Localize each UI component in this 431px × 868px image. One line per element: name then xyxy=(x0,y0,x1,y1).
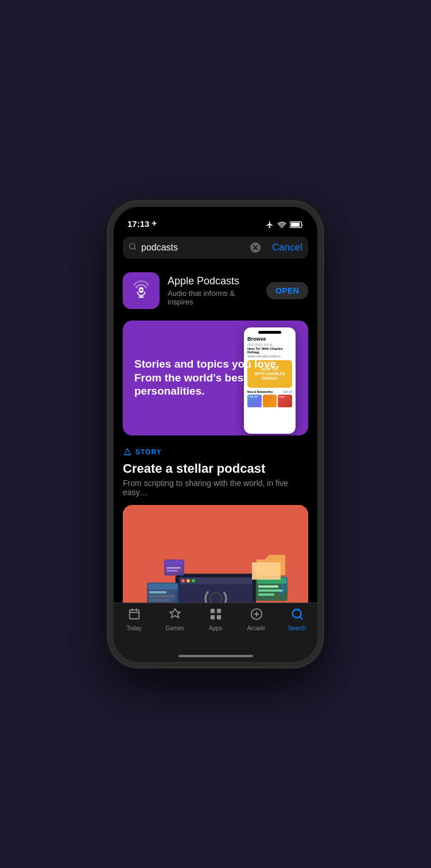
tab-apps[interactable]: Apps xyxy=(195,608,236,631)
tab-search[interactable]: Search xyxy=(277,608,317,631)
tab-apps-label: Apps xyxy=(209,625,222,631)
svg-rect-55 xyxy=(216,615,220,619)
svg-line-58 xyxy=(300,616,302,619)
phone-frame: 17:13 ✈ xyxy=(108,201,323,668)
svg-point-16 xyxy=(192,579,195,582)
svg-rect-38 xyxy=(166,567,181,569)
battery-icon xyxy=(290,221,304,228)
open-button[interactable]: OPEN xyxy=(266,282,308,299)
time-text: 17:13 xyxy=(127,219,149,229)
app-result-row[interactable]: Apple Podcasts Audio that informs & insp… xyxy=(123,265,308,318)
search-icon xyxy=(129,242,137,252)
svg-rect-26 xyxy=(258,585,278,588)
app-name: Apple Podcasts xyxy=(168,275,258,287)
search-bar[interactable]: podcasts Cancel xyxy=(123,237,308,259)
svg-point-6 xyxy=(140,288,142,291)
app-info: Apple Podcasts Audio that informs & insp… xyxy=(168,275,258,306)
arcade-icon xyxy=(250,608,263,623)
location-icon: ✈ xyxy=(152,220,157,227)
story-title: Create a stellar podcast xyxy=(123,461,308,476)
svg-rect-13 xyxy=(179,577,253,584)
svg-rect-21 xyxy=(149,599,170,601)
svg-rect-19 xyxy=(149,591,166,593)
story-subtitle: From scripting to sharing with the world… xyxy=(123,479,308,497)
podcasts-logo xyxy=(130,279,153,302)
home-bar xyxy=(178,655,253,657)
tab-bar: Today Games xyxy=(114,603,317,650)
apps-icon xyxy=(209,608,222,623)
svg-rect-52 xyxy=(210,608,214,612)
svg-rect-27 xyxy=(258,589,284,592)
app-icon-podcasts xyxy=(123,272,160,309)
tab-today[interactable]: Today xyxy=(114,608,154,631)
search-bar-container: podcasts Cancel xyxy=(114,232,317,265)
tab-search-label: Search xyxy=(288,625,306,631)
home-indicator xyxy=(114,650,317,662)
today-icon xyxy=(128,608,141,623)
tab-games-label: Games xyxy=(165,625,184,631)
search-clear-button[interactable] xyxy=(250,242,261,253)
games-icon xyxy=(169,608,181,623)
promotional-banner[interactable]: Stories and topics you love. From the wo… xyxy=(123,321,308,435)
svg-rect-28 xyxy=(258,593,274,596)
story-image[interactable] xyxy=(123,505,308,603)
svg-rect-18 xyxy=(148,584,177,589)
mock-browse: Browse xyxy=(247,336,292,342)
airplane-icon xyxy=(266,221,274,229)
mock-notch xyxy=(258,331,281,334)
banner-headline: Stories and topics you love. From the wo… xyxy=(134,357,297,398)
svg-rect-39 xyxy=(166,570,178,572)
story-tag-label: STORY xyxy=(135,448,162,456)
svg-rect-48 xyxy=(129,609,139,619)
podcast-illustration xyxy=(130,528,302,603)
wifi-icon xyxy=(277,221,286,228)
story-tag: STORY xyxy=(123,447,308,458)
tab-arcade-label: Arcade xyxy=(247,625,266,631)
notch xyxy=(173,207,259,223)
svg-rect-1 xyxy=(291,222,300,226)
svg-rect-37 xyxy=(165,561,183,565)
search-bar-inner: podcasts xyxy=(129,242,246,253)
appstore-icon xyxy=(123,447,132,458)
cancel-button[interactable]: Cancel xyxy=(265,242,302,253)
tab-arcade[interactable]: Arcade xyxy=(236,608,277,631)
app-subtitle: Audio that informs & inspires xyxy=(168,289,258,306)
search-tab-icon xyxy=(291,608,304,623)
svg-rect-54 xyxy=(210,615,214,619)
svg-rect-53 xyxy=(216,608,220,612)
tab-today-label: Today xyxy=(126,625,142,631)
tab-games[interactable]: Games xyxy=(154,608,195,631)
search-input-value: podcasts xyxy=(141,242,246,253)
status-icons xyxy=(266,221,304,229)
content-area: Apple Podcasts Audio that informs & insp… xyxy=(114,265,317,603)
svg-point-14 xyxy=(181,579,185,582)
banner-text: Stories and topics you love. From the wo… xyxy=(123,346,308,410)
status-time: 17:13 ✈ xyxy=(127,219,157,229)
svg-point-15 xyxy=(187,579,190,582)
svg-rect-20 xyxy=(149,595,174,597)
screen: 17:13 ✈ xyxy=(114,207,317,662)
